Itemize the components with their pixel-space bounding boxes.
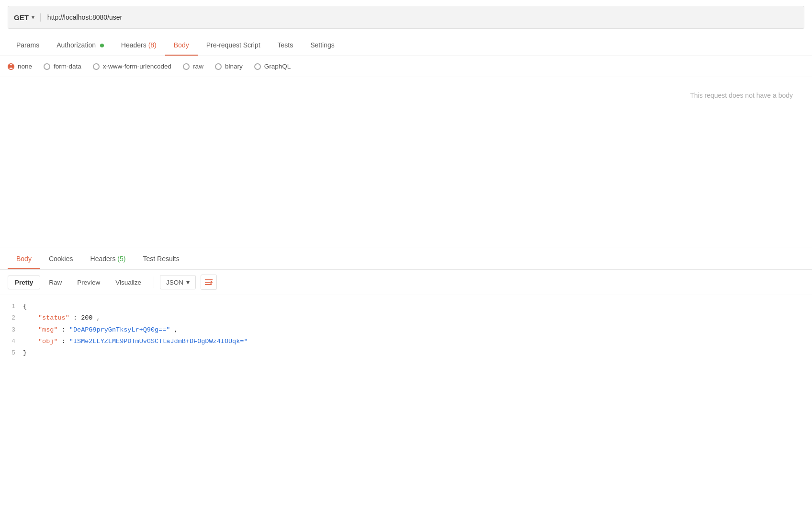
resp-headers-badge: (5) <box>117 255 125 263</box>
url-bar: GET ▾ <box>8 6 804 29</box>
radio-raw <box>183 63 190 70</box>
tab-prerequest[interactable]: Pre-request Script <box>198 34 269 56</box>
method-selector[interactable]: GET ▾ <box>14 13 41 22</box>
radio-none <box>8 63 14 70</box>
resp-tab-cookies[interactable]: Cookies <box>40 248 82 269</box>
tab-settings[interactable]: Settings <box>302 34 343 56</box>
format-visualize[interactable]: Visualize <box>109 276 148 289</box>
method-chevron: ▾ <box>32 14 34 21</box>
headers-badge: (8) <box>148 41 157 49</box>
wrap-button[interactable] <box>201 275 217 290</box>
language-selector[interactable]: JSON ▾ <box>160 275 196 289</box>
code-line-1: 1 { <box>0 301 812 312</box>
body-type-raw[interactable]: raw <box>183 63 203 70</box>
format-pretty[interactable]: Pretty <box>8 275 40 289</box>
code-line-4: 4 "obj" : "ISMe2LLYZLME9PDTmUvGSCTtaJdmB… <box>0 336 812 347</box>
resp-tab-testresults[interactable]: Test Results <box>134 248 188 269</box>
body-type-binary[interactable]: binary <box>215 63 243 70</box>
code-line-5: 5 } <box>0 347 812 359</box>
radio-form-data <box>44 63 50 70</box>
format-bar: Pretty Raw Preview Visualize JSON ▾ <box>0 270 812 295</box>
json-response: 1 { 2 "status" : 200 , 3 "msg" : "DeAPG9… <box>0 295 812 365</box>
tab-authorization[interactable]: Authorization <box>48 34 113 56</box>
radio-urlencoded <box>93 63 100 70</box>
body-type-urlencoded[interactable]: x-www-form-urlencoded <box>93 63 171 70</box>
language-chevron: ▾ <box>186 278 190 286</box>
method-label: GET <box>14 13 29 22</box>
tab-tests[interactable]: Tests <box>269 34 302 56</box>
tab-body[interactable]: Body <box>165 34 198 56</box>
auth-indicator <box>100 44 104 47</box>
resp-tab-headers[interactable]: Headers (5) <box>82 248 135 269</box>
code-line-2: 2 "status" : 200 , <box>0 312 812 324</box>
code-line-3: 3 "msg" : "DeAPG9pryGnTksyLr+Q90g==" , <box>0 324 812 336</box>
format-divider <box>154 276 154 288</box>
resp-tab-body[interactable]: Body <box>8 248 40 269</box>
response-tabs: Body Cookies Headers (5) Test Results <box>0 248 812 270</box>
tab-headers[interactable]: Headers (8) <box>113 34 165 56</box>
url-input[interactable] <box>41 13 798 21</box>
body-empty-message: This request does not have a body <box>0 77 812 114</box>
body-type-form-data[interactable]: form-data <box>44 63 81 70</box>
radio-graphql <box>254 63 261 70</box>
format-preview[interactable]: Preview <box>70 276 107 289</box>
body-type-graphql[interactable]: GraphQL <box>254 63 291 70</box>
request-tabs: Params Authorization Headers (8) Body Pr… <box>0 34 812 56</box>
radio-binary <box>215 63 222 70</box>
body-type-selector: none form-data x-www-form-urlencoded raw… <box>0 56 812 77</box>
body-type-none[interactable]: none <box>8 63 32 70</box>
tab-params[interactable]: Params <box>8 34 48 56</box>
format-raw[interactable]: Raw <box>42 276 68 289</box>
